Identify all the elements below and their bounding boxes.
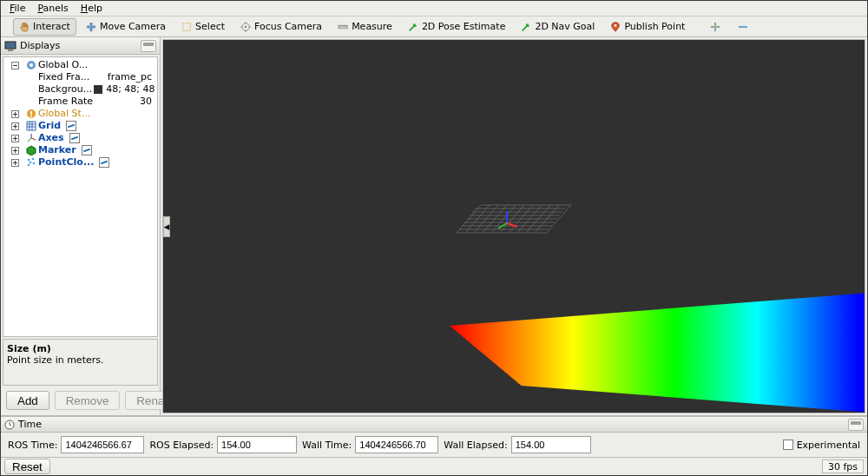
frame-rate-value: 30 bbox=[140, 96, 152, 108]
tool-focus-camera-label: Focus Camera bbox=[254, 21, 322, 32]
svg-rect-13 bbox=[30, 116, 32, 117]
tool-select-label: Select bbox=[195, 21, 225, 32]
wall-elapsed-label: Wall Elapsed: bbox=[444, 440, 507, 451]
tool-publish-point-label: Publish Point bbox=[624, 21, 685, 32]
displays-title-bar[interactable]: Displays bbox=[1, 37, 160, 55]
help-text: Point size in meters. bbox=[7, 354, 154, 366]
svg-rect-8 bbox=[8, 50, 13, 51]
fps-display: 30 fps bbox=[822, 459, 864, 473]
time-title: Time bbox=[18, 419, 42, 430]
marker-label: Marker bbox=[38, 144, 76, 156]
tree-axes[interactable]: Axes bbox=[7, 132, 155, 144]
toolbar: Interact Move Camera Select Focus Camera… bbox=[1, 17, 867, 37]
displays-buttons: Add Remove Rename bbox=[1, 387, 160, 415]
tree-background[interactable]: Backgrou... 48; 48; 48 bbox=[7, 83, 155, 96]
maximize-time-button[interactable] bbox=[848, 419, 864, 431]
svg-point-4 bbox=[615, 23, 617, 26]
time-title-bar[interactable]: Time bbox=[1, 417, 867, 433]
wall-elapsed-input[interactable] bbox=[511, 436, 591, 453]
global-options-label: Global O... bbox=[38, 59, 88, 71]
fixed-frame-value: frame_pc bbox=[108, 71, 152, 83]
tool-2d-nav-goal-label: 2D Nav Goal bbox=[535, 21, 595, 32]
ros-time-input[interactable] bbox=[61, 436, 144, 453]
svg-point-18 bbox=[33, 162, 36, 165]
status-bar: Reset 30 fps bbox=[1, 458, 867, 475]
global-status-label: Global St... bbox=[38, 108, 90, 120]
fixed-frame-label: Fixed Fra... bbox=[38, 71, 89, 83]
tree-pointcloud[interactable]: PointClo... bbox=[7, 156, 155, 169]
tool-extra-1-icon[interactable] bbox=[703, 18, 727, 36]
svg-rect-6 bbox=[739, 26, 747, 28]
tool-move-camera-label: Move Camera bbox=[100, 21, 166, 32]
tool-measure[interactable]: Measure bbox=[332, 18, 398, 36]
tree-marker[interactable]: Marker bbox=[7, 144, 155, 156]
add-button[interactable]: Add bbox=[6, 391, 49, 410]
displays-tree[interactable]: Global O... Fixed Fra... frame_pc Backgr… bbox=[3, 56, 158, 337]
grid-icon bbox=[26, 121, 36, 131]
tree-global-status[interactable]: Global St... bbox=[7, 108, 155, 120]
tool-publish-point[interactable]: Publish Point bbox=[604, 18, 691, 36]
tool-extra-2-icon[interactable] bbox=[731, 18, 755, 36]
pointcloud-icon bbox=[26, 157, 36, 168]
svg-rect-0 bbox=[183, 23, 191, 30]
svg-point-5 bbox=[713, 25, 717, 29]
ros-elapsed-input[interactable] bbox=[217, 436, 297, 453]
maximize-panel-button[interactable] bbox=[141, 40, 156, 52]
tool-move-camera[interactable]: Move Camera bbox=[80, 18, 172, 36]
ruler-icon bbox=[338, 22, 348, 32]
menu-bar: File Panels Help bbox=[1, 1, 867, 17]
tree-global-options[interactable]: Global O... bbox=[7, 59, 155, 71]
axes-icon bbox=[26, 133, 36, 143]
displays-icon bbox=[4, 40, 16, 52]
clock-icon bbox=[4, 420, 15, 430]
background-label: Backgrou... bbox=[38, 83, 92, 96]
frame-rate-label: Frame Rate bbox=[38, 96, 93, 108]
marker-checkbox[interactable] bbox=[82, 145, 92, 155]
reset-button[interactable]: Reset bbox=[4, 459, 50, 474]
svg-point-16 bbox=[32, 158, 35, 161]
move-icon bbox=[86, 22, 96, 32]
origin-axes bbox=[498, 208, 521, 230]
svg-point-10 bbox=[30, 63, 33, 67]
tree-grid[interactable]: Grid bbox=[7, 120, 155, 132]
tool-select[interactable]: Select bbox=[175, 18, 231, 36]
tree-fixed-frame[interactable]: Fixed Fra... frame_pc bbox=[7, 71, 155, 83]
select-icon bbox=[181, 22, 192, 32]
tree-frame-rate[interactable]: Frame Rate 30 bbox=[7, 96, 155, 108]
svg-point-2 bbox=[245, 25, 247, 28]
grid-label: Grid bbox=[38, 120, 61, 132]
axes-label: Axes bbox=[38, 132, 64, 144]
menu-help[interactable]: Help bbox=[76, 2, 108, 15]
experimental-checkbox[interactable] bbox=[783, 440, 793, 450]
axes-checkbox[interactable] bbox=[69, 133, 80, 143]
tool-interact[interactable]: Interact bbox=[13, 18, 76, 36]
ros-elapsed-label: ROS Elapsed: bbox=[149, 440, 214, 451]
status-warn-icon bbox=[26, 109, 36, 119]
remove-button[interactable]: Remove bbox=[55, 391, 121, 410]
svg-point-17 bbox=[30, 162, 32, 164]
tool-2d-pose[interactable]: 2D Pose Estimate bbox=[402, 18, 512, 36]
ros-time-label: ROS Time: bbox=[8, 440, 57, 451]
app-window: File Panels Help Interact Move Camera Se… bbox=[0, 0, 868, 476]
time-panel: Time ROS Time: ROS Elapsed: Wall Time: W… bbox=[1, 416, 867, 458]
background-value: 48; 48; 48 bbox=[106, 83, 155, 96]
displays-panel: Displays Global O... Fixed Fra... bbox=[1, 37, 161, 415]
menu-file[interactable]: File bbox=[4, 2, 30, 15]
svg-point-19 bbox=[28, 164, 30, 167]
grid-checkbox[interactable] bbox=[66, 121, 76, 131]
tool-interact-label: Interact bbox=[33, 21, 70, 32]
pointcloud-checkbox[interactable] bbox=[99, 157, 109, 168]
scene bbox=[163, 40, 865, 413]
tool-measure-label: Measure bbox=[352, 21, 392, 32]
tool-2d-nav-goal[interactable]: 2D Nav Goal bbox=[515, 18, 601, 36]
svg-rect-7 bbox=[5, 42, 16, 49]
options-gear-icon bbox=[26, 60, 36, 70]
hand-icon bbox=[19, 22, 30, 32]
menu-panels[interactable]: Panels bbox=[32, 2, 73, 15]
svg-rect-12 bbox=[30, 111, 32, 115]
svg-point-15 bbox=[28, 159, 30, 162]
svg-marker-14 bbox=[27, 146, 36, 155]
3d-viewport[interactable]: ◀ bbox=[162, 39, 865, 413]
wall-time-input[interactable] bbox=[355, 436, 438, 453]
tool-focus-camera[interactable]: Focus Camera bbox=[234, 18, 328, 36]
